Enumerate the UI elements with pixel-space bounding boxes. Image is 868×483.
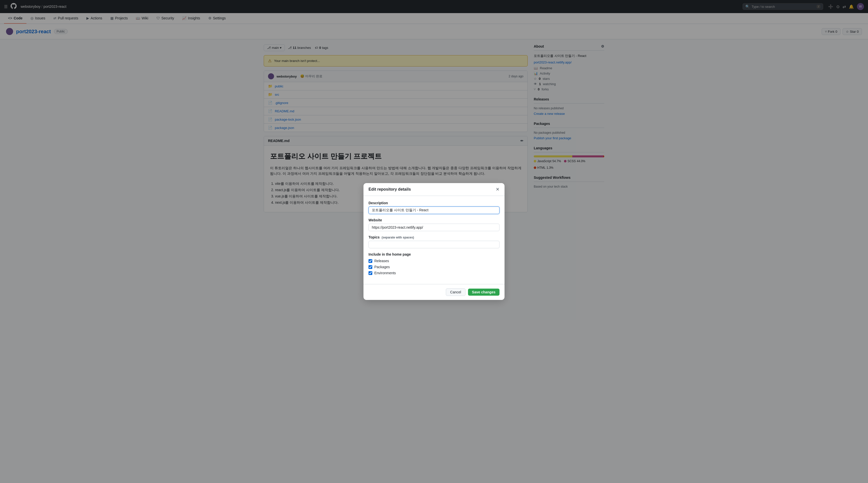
description-input[interactable] (369, 206, 499, 214)
edit-repo-modal: Edit repository details ✕ Description We… (364, 183, 504, 217)
modal-header: Edit repository details ✕ (364, 183, 504, 196)
description-label: Description (369, 201, 499, 205)
modal-close-button[interactable]: ✕ (496, 187, 499, 192)
modal-overlay[interactable]: Edit repository details ✕ Description We… (0, 0, 868, 217)
modal-title: Edit repository details (369, 187, 411, 192)
modal-body: Description Website Topics (separate wit… (364, 196, 504, 217)
description-form-group: Description (369, 201, 499, 214)
